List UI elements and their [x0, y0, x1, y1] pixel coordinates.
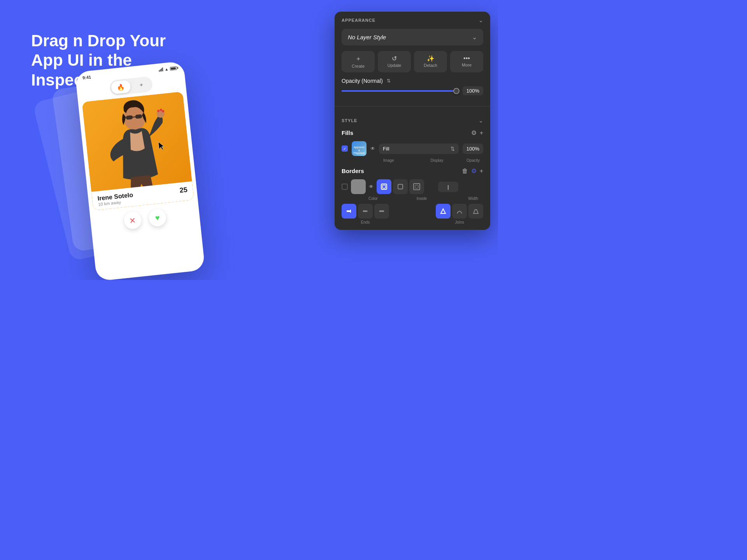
joins-icon-row — [436, 204, 483, 219]
action-buttons: ✕ ♥ — [90, 205, 200, 233]
fills-actions: ⚙ + — [471, 129, 483, 136]
appearance-chevron-icon[interactable]: ⌄ — [479, 17, 483, 23]
more-icon: ••• — [453, 55, 480, 62]
appearance-section: APPEARANCE ⌄ No Layer Style ⌄ ＋ Create ↺… — [335, 12, 490, 106]
style-title: STYLE — [342, 118, 357, 123]
like-button[interactable]: ♥ — [148, 208, 167, 227]
fill-type-select[interactable]: Fill ⇅ — [379, 144, 459, 154]
svg-rect-11 — [414, 184, 420, 190]
create-chip[interactable]: ＋ Create — [342, 51, 375, 72]
update-label: Update — [381, 63, 408, 68]
border-inside-btn[interactable] — [377, 179, 391, 194]
color-col-label: Color — [366, 196, 381, 201]
fill-type-label: Fill — [383, 146, 389, 152]
width-col-label: Width — [463, 196, 483, 201]
borders-title: Borders — [342, 168, 364, 174]
svg-rect-15 — [379, 210, 384, 212]
status-icons: ▲ — [159, 66, 177, 72]
joins-section: Joins — [436, 204, 483, 224]
svg-rect-12 — [415, 185, 418, 188]
appearance-header: APPEARANCE ⌄ — [342, 17, 483, 23]
fill-preview-image[interactable]: Appstore & Playstore — [352, 141, 366, 156]
svg-rect-14 — [350, 210, 351, 213]
cursor-pointer — [156, 140, 165, 149]
join-miter-btn[interactable] — [436, 204, 451, 219]
ends-label: Ends — [361, 220, 370, 224]
ends-joins-wrapper: Ends — [342, 204, 483, 224]
border-column-labels: Color Inside Width — [342, 196, 483, 201]
sparkle-icon: ✦ — [139, 82, 144, 88]
borders-actions: 🗑 ⚙ + — [462, 167, 483, 175]
phone-time: 9:41 — [82, 75, 91, 80]
opacity-stepper[interactable]: ⇅ — [387, 78, 391, 84]
fill-eye-icon[interactable]: 👁 — [370, 146, 375, 151]
fills-settings-icon[interactable]: ⚙ — [471, 129, 477, 136]
fill-image-label: Appstore & Playstore — [352, 146, 366, 155]
svg-line-4 — [133, 117, 135, 117]
layer-style-chevron-icon: ⌄ — [472, 33, 477, 41]
fill-column-labels: Image Display Opacity — [342, 158, 483, 163]
flame-toggle-btn[interactable]: 🔥 — [111, 80, 131, 94]
joins-label: Joins — [455, 220, 464, 224]
border-row: 👁 — [342, 179, 483, 194]
style-chevron-icon[interactable]: ⌄ — [479, 117, 483, 124]
inside-col-label: Inside — [384, 196, 460, 201]
sparkle-toggle-btn[interactable]: ✦ — [131, 78, 151, 92]
signal-bars-icon — [159, 67, 163, 72]
style-section: STYLE ⌄ Fills ⚙ + ✓ Appstore & Playstore… — [335, 112, 490, 230]
border-outside-btn[interactable] — [409, 179, 424, 194]
profile-card: Irene Sotelo 10 km away 25 — [82, 91, 194, 210]
border-checkbox[interactable] — [342, 184, 348, 190]
fills-header: Fills ⚙ + — [342, 129, 483, 136]
display-col-label: Display — [415, 158, 459, 163]
opacity-value[interactable]: 100% — [463, 86, 483, 95]
reject-button[interactable]: ✕ — [123, 211, 142, 229]
borders-trash-icon[interactable]: 🗑 — [462, 168, 468, 175]
fill-checkbox[interactable]: ✓ — [342, 145, 348, 152]
inspector-panel: APPEARANCE ⌄ No Layer Style ⌄ ＋ Create ↺… — [335, 12, 490, 230]
join-bevel-btn[interactable] — [468, 204, 483, 219]
svg-rect-8 — [381, 184, 387, 189]
svg-rect-13 — [347, 210, 350, 212]
fills-add-icon[interactable]: + — [480, 130, 483, 136]
border-position-group — [377, 179, 424, 194]
opacity-col-label: Opacity — [463, 158, 483, 163]
fill-row: ✓ Appstore & Playstore 👁 Fill ⇅ 100% — [342, 141, 483, 156]
svg-rect-9 — [382, 185, 386, 188]
end-butt-btn[interactable] — [342, 204, 356, 219]
detach-chip[interactable]: ✨ Detach — [414, 51, 447, 72]
detach-icon: ✨ — [417, 55, 444, 62]
opacity-label: Opacity (Normal) — [342, 78, 383, 84]
ends-icon-row — [342, 204, 389, 219]
toggle-pill[interactable]: 🔥 ✦ — [109, 76, 153, 96]
end-square-btn[interactable] — [374, 204, 389, 219]
phone-mockup: 9:41 ▲ 🔥 ✦ — [75, 61, 205, 280]
end-round-btn[interactable] — [358, 204, 373, 219]
join-round-btn[interactable] — [452, 204, 467, 219]
border-center-btn[interactable] — [393, 179, 408, 194]
update-chip[interactable]: ↺ Update — [378, 51, 411, 72]
create-label: Create — [345, 64, 372, 68]
layer-style-label: No Layer Style — [348, 34, 386, 40]
svg-rect-10 — [398, 184, 403, 189]
borders-settings-icon[interactable]: ⚙ — [471, 167, 477, 175]
more-chip[interactable]: ••• More — [450, 51, 483, 72]
style-header: STYLE ⌄ — [342, 117, 483, 124]
border-width-value[interactable]: | — [438, 182, 458, 192]
border-color-swatch[interactable] — [351, 179, 366, 194]
divider-1 — [335, 106, 490, 107]
wifi-icon: ▲ — [164, 66, 168, 71]
more-label: More — [453, 63, 480, 67]
detach-label: Detach — [417, 63, 444, 68]
borders-header: Borders 🗑 ⚙ + — [342, 167, 483, 175]
phone-area: 9:41 ▲ 🔥 ✦ — [86, 78, 218, 264]
battery-icon — [170, 66, 177, 70]
borders-add-icon[interactable]: + — [480, 168, 483, 175]
fills-title: Fills — [342, 130, 353, 136]
create-icon: ＋ — [345, 55, 372, 63]
border-eye-icon[interactable]: 👁 — [369, 184, 374, 189]
layer-style-dropdown[interactable]: No Layer Style ⌄ — [342, 29, 483, 46]
fill-opacity-value[interactable]: 100% — [463, 144, 483, 154]
opacity-row: Opacity (Normal) ⇅ — [342, 78, 483, 84]
profile-age: 25 — [179, 186, 188, 195]
